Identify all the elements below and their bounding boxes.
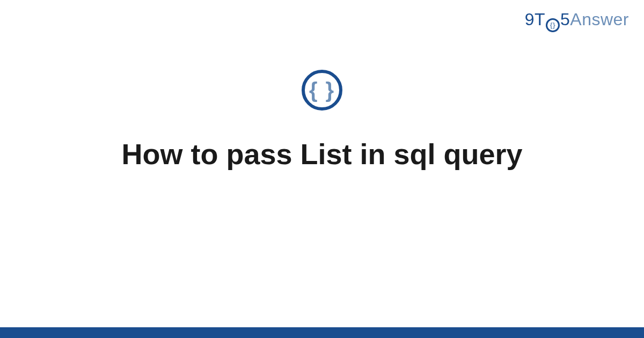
page-title: How to pass List in sql query [121,136,522,173]
category-icon: { } [302,70,342,111]
logo-text-answer: Answer [570,10,629,30]
bottom-accent-bar [0,327,644,338]
main-content: { } How to pass List in sql query [0,70,644,173]
logo-o-icon: {} [546,18,560,32]
code-braces-icon: { } [309,79,335,101]
logo-o-ring-icon: {} [546,18,560,32]
logo-text-5: 5 [560,10,570,30]
site-logo: 9T {} 5 Answer [525,10,629,30]
logo-text-9t: 9T [525,10,545,30]
logo-o-braces-icon: {} [550,22,555,28]
